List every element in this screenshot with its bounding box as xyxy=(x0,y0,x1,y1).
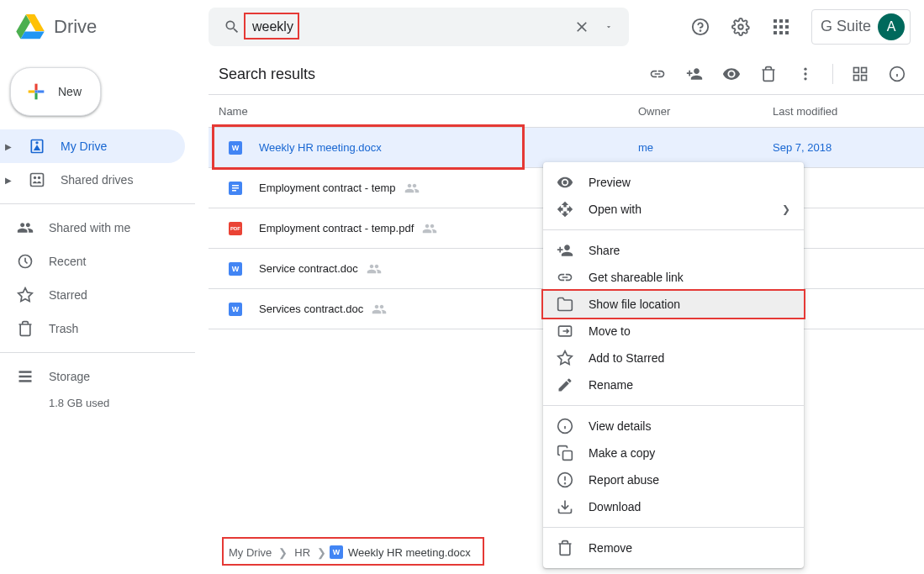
nav-label: Shared with me xyxy=(49,221,130,234)
menu-label: View details xyxy=(589,419,651,433)
avatar[interactable]: A xyxy=(878,13,905,40)
menu-item-move[interactable]: Move to xyxy=(543,318,804,345)
toolbar: Search results xyxy=(209,54,924,94)
separator xyxy=(832,64,833,84)
expand-icon[interactable]: ▶ xyxy=(3,176,13,185)
person-add-icon xyxy=(557,242,573,259)
column-owner[interactable]: Owner xyxy=(638,105,773,118)
eye-icon xyxy=(557,174,573,191)
sidebar-item-starred[interactable]: Starred xyxy=(0,278,185,312)
svg-rect-3 xyxy=(774,19,777,23)
recent-icon xyxy=(17,253,34,270)
sidebar-item-storage[interactable]: Storage xyxy=(0,360,185,393)
svg-rect-6 xyxy=(774,25,777,29)
docx-icon: W xyxy=(330,545,343,559)
breadcrumb: My Drive ❯ HR ❯ W Weekly HR meeting.docx xyxy=(219,537,478,567)
settings-icon[interactable] xyxy=(724,10,758,44)
file-name: Service contract.doc xyxy=(259,262,358,275)
chevron-right-icon: ❯ xyxy=(314,546,330,559)
menu-item-trash[interactable]: Remove xyxy=(543,535,804,561)
svg-point-20 xyxy=(804,68,806,71)
expand-icon[interactable]: ▶ xyxy=(3,142,13,151)
file-type-icon: PDF xyxy=(227,220,244,237)
nav-label: Shared drives xyxy=(61,173,133,187)
chevron-right-icon: ❯ xyxy=(275,546,291,559)
gsuite-badge[interactable]: G Suite A xyxy=(811,9,911,45)
app-name: Drive xyxy=(54,16,97,38)
search-options-dropdown[interactable] xyxy=(595,13,622,40)
get-link-button[interactable] xyxy=(641,57,674,91)
menu-item-star[interactable]: Add to Starred xyxy=(543,345,804,371)
menu-item-person-add[interactable]: Share xyxy=(543,237,804,264)
menu-item-folder[interactable]: Show file location xyxy=(543,291,804,318)
sidebar-item-shared-with-me[interactable]: Shared with me xyxy=(0,211,185,245)
breadcrumb-item[interactable]: HR xyxy=(291,546,314,559)
divider xyxy=(0,203,195,204)
menu-item-info[interactable]: View details xyxy=(543,413,804,440)
menu-label: Share xyxy=(589,244,620,257)
star-icon xyxy=(557,350,573,366)
preview-button[interactable] xyxy=(715,57,748,91)
new-button[interactable]: New xyxy=(10,67,101,116)
storage-used: 1.8 GB used xyxy=(0,397,195,409)
chevron-right-icon: ❯ xyxy=(782,203,790,215)
toolbar-actions xyxy=(641,57,914,91)
svg-point-14 xyxy=(34,176,36,179)
search-icon[interactable] xyxy=(215,18,249,35)
breadcrumb-current: W Weekly HR meeting.docx xyxy=(330,545,471,559)
trash-icon xyxy=(17,320,34,337)
svg-rect-7 xyxy=(779,25,783,29)
svg-rect-32 xyxy=(232,187,239,189)
search-input[interactable] xyxy=(249,19,568,34)
sidebar-item-shared-drives[interactable]: ▶ Shared drives xyxy=(0,163,185,197)
svg-rect-9 xyxy=(774,31,777,34)
drive-logo-icon xyxy=(13,10,47,44)
logo-section[interactable]: Drive xyxy=(13,10,209,44)
svg-rect-13 xyxy=(31,174,44,187)
column-name[interactable]: Name xyxy=(209,105,638,118)
menu-item-open-with[interactable]: Open with❯ xyxy=(543,196,804,223)
menu-item-download[interactable]: Download xyxy=(543,493,804,520)
sidebar-item-my-drive[interactable]: ▶ My Drive xyxy=(0,129,185,163)
more-actions-button[interactable] xyxy=(789,57,822,91)
menu-item-copy[interactable]: Make a copy xyxy=(543,440,804,466)
view-details-button[interactable] xyxy=(880,57,914,91)
gsuite-label: G Suite xyxy=(821,18,871,35)
menu-label: Report abuse xyxy=(589,473,659,487)
file-modified: Sep 7, 2018 xyxy=(773,141,924,154)
sidebar-item-recent[interactable]: Recent xyxy=(0,245,185,278)
nav-label: Storage xyxy=(49,370,90,383)
breadcrumb-item[interactable]: My Drive xyxy=(225,546,275,559)
menu-label: Show file location xyxy=(589,298,680,311)
svg-rect-10 xyxy=(779,31,783,34)
grid-view-button[interactable] xyxy=(843,57,877,91)
starred-icon xyxy=(17,287,34,303)
menu-item-eye[interactable]: Preview xyxy=(543,169,804,196)
header: Drive G Suite A xyxy=(0,0,924,54)
menu-label: Move to xyxy=(589,324,631,338)
column-modified[interactable]: Last modified xyxy=(773,105,924,118)
search-clear-button[interactable] xyxy=(568,13,595,40)
apps-icon[interactable] xyxy=(764,10,798,44)
sidebar-item-trash[interactable]: Trash xyxy=(0,312,185,345)
svg-point-21 xyxy=(804,72,806,75)
support-icon[interactable] xyxy=(684,10,717,44)
nav-label: My Drive xyxy=(61,140,107,153)
nav-label: Starred xyxy=(49,288,87,302)
remove-button[interactable] xyxy=(752,57,785,91)
file-type-icon xyxy=(227,180,244,197)
svg-rect-23 xyxy=(854,68,859,73)
menu-item-link[interactable]: Get shareable link xyxy=(543,264,804,291)
svg-rect-11 xyxy=(785,31,789,34)
svg-rect-17 xyxy=(19,371,32,373)
search-bar[interactable] xyxy=(209,8,629,46)
move-icon xyxy=(557,323,573,340)
menu-item-report[interactable]: Report abuse xyxy=(543,466,804,493)
info-icon xyxy=(557,418,573,434)
file-type-icon: W xyxy=(227,261,244,277)
share-button[interactable] xyxy=(678,57,711,91)
rename-icon xyxy=(557,377,573,393)
menu-label: Rename xyxy=(589,378,633,392)
folder-icon xyxy=(557,296,573,313)
menu-item-rename[interactable]: Rename xyxy=(543,371,804,398)
